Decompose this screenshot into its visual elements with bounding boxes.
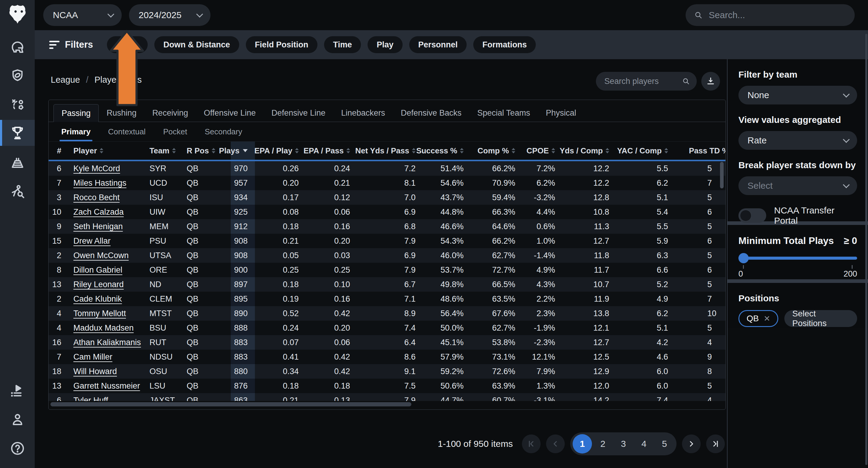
sidebar-item-account[interactable] <box>0 406 35 432</box>
subtab-secondary[interactable]: Secondary <box>205 122 242 141</box>
tab-defensive-line[interactable]: Defensive Line <box>264 104 334 122</box>
slider-track[interactable] <box>738 257 857 260</box>
tab-defensive-backs[interactable]: Defensive Backs <box>393 104 469 122</box>
season-select[interactable]: 2024/2025 <box>129 4 211 26</box>
table-row: 6Kyle McCordSYRQB9700.260.247.251.4%66.2… <box>49 161 725 176</box>
player-link[interactable]: Owen McCown <box>73 251 129 260</box>
page-button-3[interactable]: 3 <box>614 434 633 454</box>
tab-special-teams[interactable]: Special Teams <box>469 104 538 122</box>
player-link[interactable]: Rocco Becht <box>73 193 120 202</box>
team-select[interactable]: None <box>738 86 857 104</box>
sidebar-item-defense[interactable] <box>0 63 35 89</box>
player-link[interactable]: Athan Kaliakmanis <box>73 338 141 347</box>
page-button-1[interactable]: 1 <box>572 434 592 454</box>
tab-receiving[interactable]: Receiving <box>144 104 196 122</box>
filter-chip-game[interactable]: Game <box>107 36 148 53</box>
next-page-button[interactable] <box>682 435 701 453</box>
player-link[interactable]: Cam Miller <box>73 352 112 362</box>
sidebar-item-scouting[interactable] <box>0 179 35 205</box>
page-button-4[interactable]: 4 <box>634 434 654 454</box>
tab-passing[interactable]: Passing <box>54 104 99 122</box>
remove-position-icon[interactable]: ✕ <box>764 314 770 323</box>
chevron-right-icon <box>687 439 696 448</box>
filter-chip-formations[interactable]: Formations <box>473 36 536 53</box>
column-header-yds_comp[interactable]: Yds / Comp <box>562 142 616 161</box>
column-label: Player <box>73 146 97 156</box>
sidebar-nav <box>0 0 35 468</box>
player-link[interactable]: Garrett Nussmeier <box>73 381 140 391</box>
filter-chip-time[interactable]: Time <box>324 36 361 53</box>
player-link[interactable]: Tommy Mellott <box>73 309 126 318</box>
player-link[interactable]: Kyle McCord <box>73 164 120 173</box>
tab-offensive-line[interactable]: Offensive Line <box>196 104 264 122</box>
cell-net_yds_pass: 7.9 <box>357 263 423 277</box>
breadcrumb-league[interactable]: League <box>51 75 80 85</box>
transfer-portal-toggle[interactable] <box>738 208 766 223</box>
sidebar-item-play-strategy[interactable] <box>0 92 35 118</box>
column-header-epa_pass[interactable]: EPA / Pass <box>306 142 357 161</box>
cell-cpoe: 0.6% <box>523 219 562 234</box>
tab-physical[interactable]: Physical <box>538 104 584 122</box>
position-chip-qb[interactable]: QB ✕ <box>738 310 778 327</box>
app-logo-icon[interactable] <box>0 4 35 25</box>
column-header-team[interactable]: Team <box>150 142 187 161</box>
filter-chip-personnel[interactable]: Personnel <box>409 36 467 53</box>
column-header-comp_pct[interactable]: Comp % <box>471 142 523 161</box>
global-search-input[interactable] <box>708 10 846 21</box>
sidebar-item-playlists[interactable] <box>0 378 35 404</box>
tab-rushing[interactable]: Rushing <box>99 104 144 122</box>
player-link[interactable]: Zach Calzada <box>73 208 124 217</box>
table-row: 2Owen McCownUTSAQB9080.050.036.946.0%62.… <box>49 248 725 263</box>
filter-chip-play[interactable]: Play <box>368 36 403 53</box>
select-positions-button[interactable]: Select Positions <box>784 310 857 327</box>
sidebar-item-helmet[interactable] <box>0 34 35 60</box>
page-button-5[interactable]: 5 <box>655 434 674 454</box>
subtab-contextual[interactable]: Contextual <box>108 122 146 141</box>
player-link[interactable]: Miles Hastings <box>73 179 127 187</box>
player-link[interactable]: Maddux Madsen <box>73 323 134 333</box>
subtab-pocket[interactable]: Pocket <box>163 122 187 141</box>
column-header-player[interactable]: Player <box>68 142 150 161</box>
column-header-plays[interactable]: Plays <box>231 142 255 161</box>
column-header-net_yds_pass[interactable]: Net Yds / Pass <box>357 142 423 161</box>
aggregation-select[interactable]: Rate <box>738 131 857 150</box>
previous-page-button[interactable] <box>546 435 565 453</box>
column-header-cpoe[interactable]: CPOE <box>523 142 562 161</box>
column-header-yac_comp[interactable]: YAC / Comp <box>616 142 675 161</box>
vertical-scrollbar-thumb[interactable] <box>720 162 724 188</box>
last-page-button[interactable] <box>706 435 725 453</box>
filters-button[interactable]: Filters <box>49 39 93 50</box>
player-link[interactable]: Dillon Gabriel <box>73 266 122 275</box>
sort-down-arrow <box>460 151 464 153</box>
player-link[interactable]: Riley Leonard <box>73 280 124 289</box>
player-link[interactable]: Will Howard <box>73 367 117 376</box>
league-select[interactable]: NCAA <box>43 4 122 26</box>
page-button-2[interactable]: 2 <box>593 434 613 454</box>
player-link[interactable]: Seth Henigan <box>73 222 123 231</box>
download-button[interactable] <box>701 72 720 91</box>
column-header-success_pct[interactable]: Success % <box>423 142 471 161</box>
cell-pass_td_pct: 7 <box>675 292 725 306</box>
page-scrollbar[interactable] <box>865 34 867 465</box>
sidebar-item-gameday[interactable] <box>0 149 35 175</box>
slider-handle[interactable] <box>738 253 749 263</box>
breakdown-select[interactable]: Select <box>738 176 857 195</box>
cell-pass_td_pct: 9 <box>675 350 725 364</box>
column-header-pass_td_pct[interactable]: Pass TD % <box>675 142 725 161</box>
horizontal-scrollbar-thumb[interactable] <box>51 402 411 406</box>
player-link[interactable]: Drew Allar <box>73 237 111 246</box>
player-search-input[interactable] <box>604 76 682 86</box>
column-header-num[interactable]: # <box>49 142 68 161</box>
filter-chip-field-position[interactable]: Field Position <box>246 36 317 53</box>
breadcrumb-player-stats[interactable]: Player Stats <box>95 75 142 85</box>
filter-chip-down-distance[interactable]: Down & Distance <box>154 36 239 53</box>
column-header-epa_play[interactable]: EPA / Play <box>255 142 306 161</box>
tab-linebackers[interactable]: Linebackers <box>333 104 393 122</box>
player-link[interactable]: Tyler Huff <box>73 396 108 401</box>
sidebar-item-help[interactable] <box>0 435 35 461</box>
sidebar-item-player-stats[interactable] <box>0 120 35 146</box>
subtab-primary[interactable]: Primary <box>61 122 91 141</box>
player-link[interactable]: Cade Klubnik <box>73 294 122 304</box>
first-page-button[interactable] <box>522 435 540 453</box>
horizontal-scrollbar <box>49 401 725 408</box>
